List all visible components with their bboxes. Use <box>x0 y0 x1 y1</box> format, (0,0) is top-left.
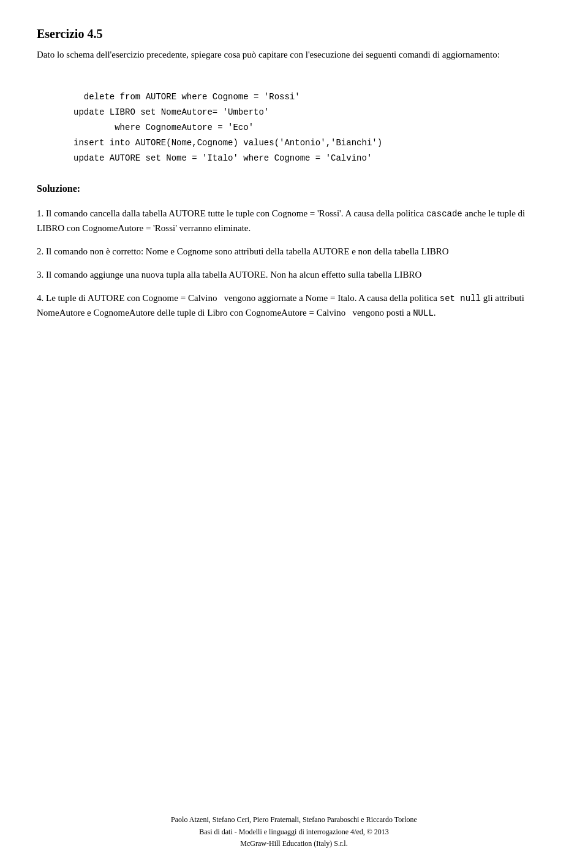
solution-item-4-text: 4. Le tuple di AUTORE con Cognome = Calv… <box>37 291 551 321</box>
footer: Paolo Atzeni, Stefano Ceri, Piero Frater… <box>0 814 588 850</box>
solution-item-3: 3. Il comando aggiunge una nuova tupla a… <box>37 267 551 282</box>
solution-item-1: 1. Il comando cancella dalla tabella AUT… <box>37 206 551 235</box>
solution-item-4-number: 4. <box>37 293 43 303</box>
code-line-3: where CognomeAutore = 'Eco' <box>74 123 254 132</box>
code-line-2: update LIBRO set NomeAutore= 'Umberto' <box>74 107 269 117</box>
page-title: Esercizio 4.5 <box>37 25 551 43</box>
code-block: delete from AUTORE where Cognome = 'Ross… <box>74 74 551 167</box>
solution-item-2-number: 2. <box>37 246 43 256</box>
code-line-5: update AUTORE set Nome = 'Italo' where C… <box>74 153 372 163</box>
intro-paragraph: Dato lo schema dell'esercizio precedente… <box>37 48 551 62</box>
footer-line3: McGraw-Hill Education (Italy) S.r.l. <box>0 838 588 850</box>
solution-item-3-text: 3. Il comando aggiunge una nuova tupla a… <box>37 267 551 282</box>
null-code: NULL <box>413 308 434 318</box>
solution-item-1-text: 1. Il comando cancella dalla tabella AUT… <box>37 206 551 235</box>
code-line-1: delete from AUTORE where Cognome = 'Ross… <box>84 92 300 102</box>
solution-title: Soluzione: <box>37 181 551 196</box>
footer-line2: Basi di dati - Modelli e linguaggi di in… <box>0 826 588 838</box>
solution-item-2: 2. Il comando non è corretto: Nome e Cog… <box>37 244 551 259</box>
solution-item-2-text: 2. Il comando non è corretto: Nome e Cog… <box>37 244 551 259</box>
solution-item-3-number: 3. <box>37 270 43 280</box>
solution-list: 1. Il comando cancella dalla tabella AUT… <box>37 206 551 321</box>
solution-item-1-number: 1. <box>37 208 43 218</box>
code-line-4: insert into AUTORE(Nome,Cognome) values(… <box>74 138 382 148</box>
set-null-code: set null <box>440 294 481 303</box>
footer-line1: Paolo Atzeni, Stefano Ceri, Piero Frater… <box>0 814 588 826</box>
cascade-code-1: cascade <box>426 209 462 219</box>
solution-item-4: 4. Le tuple di AUTORE con Cognome = Calv… <box>37 291 551 321</box>
